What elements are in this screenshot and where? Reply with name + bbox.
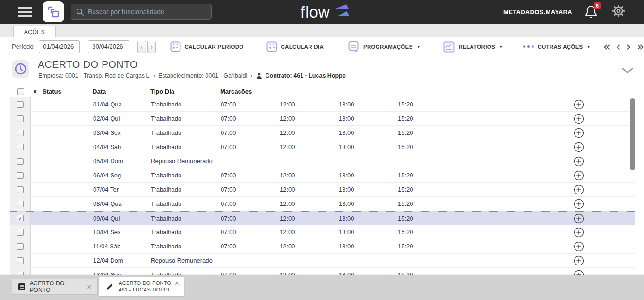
add-marcacao-button[interactable] (574, 185, 584, 195)
row-mark-1: 07:00 (220, 215, 279, 222)
row-checkbox-cell (10, 126, 31, 140)
last-record-button[interactable]: » (637, 41, 644, 53)
app-launcher-button[interactable] (43, 1, 64, 22)
close-window-icon[interactable]: × (85, 282, 94, 292)
previous-record-button[interactable]: ‹ (616, 41, 621, 53)
breadcrumb-company[interactable]: Empresa: 0001 - Transp. Rod de Cargas L (38, 72, 150, 79)
close-window-icon[interactable]: × (172, 278, 181, 288)
settings-button[interactable] (611, 3, 626, 20)
window-tab-label: ACERTO DO PONTO (30, 280, 85, 293)
row-checkbox[interactable] (17, 101, 24, 108)
next-record-button[interactable]: › (627, 41, 631, 53)
add-marcacao-button[interactable] (574, 114, 584, 124)
window-tab-acerto-do-ponto[interactable]: ACERTO DO PONTO × (12, 279, 98, 295)
add-marcacao-button[interactable] (574, 128, 584, 138)
expand-all-chevron[interactable]: ∨ (33, 88, 37, 95)
row-checkbox[interactable] (17, 201, 24, 207)
add-marcacao-button[interactable] (574, 227, 584, 238)
next-period-button[interactable]: › (147, 41, 156, 53)
calcular-dia-button[interactable]: CALCULAR DIA (266, 41, 324, 52)
row-mark-2: 12:00 (279, 229, 338, 236)
row-checkbox[interactable] (17, 115, 24, 122)
col-header-status: Status (43, 88, 61, 95)
row-checkbox[interactable] (17, 215, 24, 221)
outras-acoes-dropdown[interactable]: OUTRAS AÇÕES ▾ (523, 44, 590, 50)
row-mark-2: 12:00 (279, 101, 338, 108)
row-mark-2: 12:00 (279, 172, 338, 179)
plus-circle-icon (574, 241, 584, 252)
table-row[interactable]: 05/04 Dom Repouso Remunerado (10, 154, 635, 168)
relatorios-dropdown[interactable]: RELATÓRIOS ▾ (443, 41, 502, 53)
previous-period-button[interactable]: ‹ (137, 41, 146, 53)
row-day-type: Trabalhado (150, 172, 220, 179)
add-marcacao-button[interactable] (574, 170, 584, 181)
table-row[interactable]: 11/04 Sáb Trabalhado 07:00 12:00 13:00 1… (10, 239, 635, 254)
table-row[interactable]: 07/04 Ter Trabalhado 07:00 12:00 13:00 1… (10, 183, 635, 197)
programacoes-label: PROGRAMAÇÕES (363, 44, 413, 50)
col-header-tipo-dia: Tipo Dia (150, 88, 220, 95)
row-date: 03/04 Sex (93, 129, 150, 136)
add-marcacao-button[interactable] (574, 213, 584, 224)
search-input[interactable] (88, 8, 206, 16)
row-mark-2: 12:00 (279, 186, 338, 193)
breadcrumb-establishment[interactable]: Estabelecimento: 0001 - Garibaldi (158, 72, 247, 79)
row-date: 08/04 Qua (93, 200, 150, 207)
add-marcacao-button[interactable] (574, 199, 584, 209)
table-row[interactable]: 03/04 Sex Trabalhado 07:00 12:00 13:00 1… (10, 126, 635, 140)
row-checkbox[interactable] (17, 172, 24, 179)
row-checkbox[interactable] (17, 257, 24, 264)
first-record-button[interactable]: « (603, 41, 610, 53)
table-row[interactable]: 04/04 Sáb Trabalhado 07:00 12:00 13:00 1… (10, 140, 635, 154)
table-row[interactable]: 01/04 Qua Trabalhado 07:00 12:00 13:00 1… (10, 97, 635, 112)
tab-acoes[interactable]: AÇÕES (13, 26, 56, 37)
select-all-checkbox[interactable] (17, 88, 24, 95)
table-row[interactable]: 10/04 Sex Trabalhado 07:00 12:00 13:00 1… (10, 225, 635, 239)
row-checkbox-cell (10, 225, 31, 239)
table-row[interactable]: 08/04 Qua Trabalhado 07:00 12:00 13:00 1… (10, 197, 635, 211)
row-mark-4: 15:20 (397, 229, 456, 236)
period-end-field[interactable] (88, 40, 129, 53)
row-mark-3: 13:00 (338, 143, 397, 150)
window-tab-label: ACERTO DO PONTO (119, 280, 172, 286)
calcular-periodo-button[interactable]: CALCULAR PERÍODO (170, 41, 244, 52)
hamburger-menu-icon[interactable] (18, 7, 32, 17)
add-marcacao-button[interactable] (574, 256, 584, 266)
plus-circle-icon (574, 99, 584, 110)
add-marcacao-button[interactable] (574, 241, 584, 252)
row-checkbox[interactable] (17, 158, 24, 165)
search-box[interactable] (71, 4, 212, 20)
add-marcacao-button[interactable] (574, 99, 584, 110)
row-checkbox[interactable] (17, 243, 24, 250)
programacoes-dropdown[interactable]: PROGRAMAÇÕES ▾ (348, 41, 420, 53)
period-start-field[interactable] (39, 40, 80, 53)
collapse-panel-button[interactable] (621, 67, 634, 76)
row-mark-2: 12:00 (279, 200, 338, 207)
window-tab-acerto-contrato[interactable]: ACERTO DO PONTO 461 - LUCAS HOPPE × (99, 277, 184, 296)
add-marcacao-button[interactable] (574, 142, 584, 152)
row-day-type: Trabalhado (150, 143, 220, 150)
table-row[interactable]: 06/04 Seg Trabalhado 07:00 12:00 13:00 1… (10, 168, 635, 183)
period-start-input[interactable] (39, 43, 80, 50)
chevron-right-icon: › (153, 72, 155, 79)
row-mark-2: 12:00 (279, 215, 338, 222)
row-mark-4: 15:20 (397, 200, 456, 207)
row-checkbox[interactable] (17, 130, 24, 136)
row-mark-2: 12:00 (279, 243, 338, 250)
row-mark-4: 15:20 (397, 172, 456, 179)
row-mark-4: 15:20 (397, 101, 456, 108)
top-header-bar: flow METADADOS.MAYARA 6 (0, 0, 644, 24)
table-row[interactable]: 09/04 Qui Trabalhado 07:00 12:00 13:00 1… (10, 211, 635, 225)
add-marcacao-button[interactable] (574, 156, 584, 167)
table-row[interactable]: 02/04 Qui Trabalhado 07:00 12:00 13:00 1… (10, 112, 635, 126)
row-checkbox[interactable] (17, 144, 24, 150)
gear-icon (611, 3, 626, 18)
plus-circle-icon (574, 213, 584, 224)
breadcrumb-contract[interactable]: Contrato: 461 - Lucas Hoppe (266, 72, 346, 79)
row-mark-4: 15:20 (397, 243, 456, 250)
vertical-scrollbar[interactable] (630, 98, 635, 170)
notifications-button[interactable]: 6 (584, 4, 599, 19)
row-checkbox[interactable] (17, 229, 24, 236)
table-row[interactable]: 12/04 Dom Repouso Remunerado (10, 254, 635, 268)
row-checkbox[interactable] (17, 186, 24, 193)
period-end-input[interactable] (88, 43, 129, 50)
